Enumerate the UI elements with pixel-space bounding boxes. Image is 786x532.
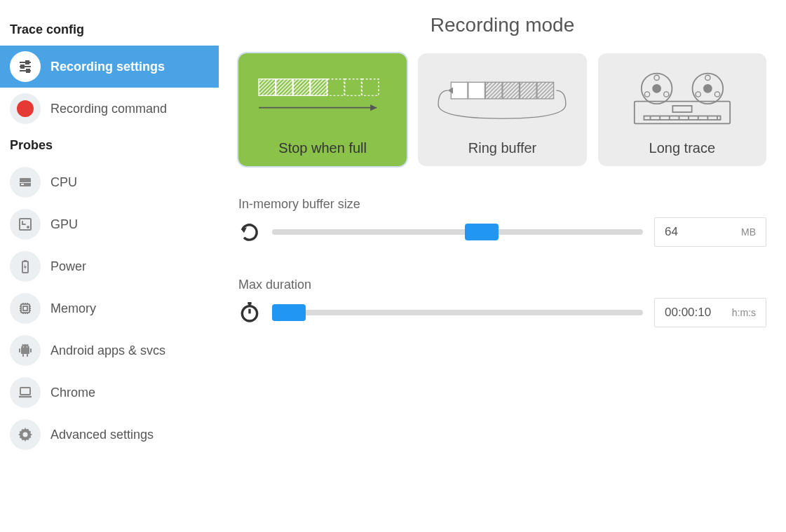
svg-line-32: [22, 344, 23, 346]
sidebar-item-label: Chrome: [50, 386, 95, 400]
ring-buffer-icon: [426, 63, 578, 133]
svg-rect-8: [21, 184, 24, 185]
mode-label: Ring buffer: [468, 140, 536, 156]
stop-when-full-icon: [247, 63, 398, 133]
sidebar-item-memory[interactable]: Memory: [0, 287, 219, 329]
svg-point-57: [653, 85, 660, 93]
page-title: Recording mode: [238, 14, 766, 36]
sidebar-item-label: Memory: [50, 301, 96, 316]
svg-point-60: [654, 75, 659, 80]
mode-long-trace[interactable]: Long trace: [598, 53, 766, 166]
svg-rect-43: [327, 79, 344, 96]
svg-line-33: [27, 344, 28, 346]
slider-thumb[interactable]: [465, 224, 499, 240]
sidebar-item-android[interactable]: Android apps & svcs: [0, 329, 219, 371]
svg-rect-66: [672, 106, 691, 112]
sidebar-item-recording-command[interactable]: Recording command: [0, 88, 219, 130]
svg-rect-67: [644, 116, 720, 119]
svg-rect-4: [21, 65, 24, 68]
svg-rect-39: [259, 79, 276, 96]
svg-rect-14: [21, 304, 29, 313]
svg-point-10: [27, 226, 29, 228]
mode-ring-buffer[interactable]: Ring buffer: [418, 53, 586, 166]
sidebar-item-label: GPU: [50, 217, 78, 232]
buffer-size-input[interactable]: 64 MB: [654, 217, 766, 247]
sidebar-item-label: Android apps & svcs: [50, 343, 165, 358]
svg-rect-28: [19, 348, 20, 353]
sidebar-item-label: Recording settings: [50, 60, 165, 74]
cpu-icon: [10, 167, 41, 198]
buffer-size-unit: MB: [741, 226, 756, 238]
sidebar-item-label: CPU: [50, 175, 77, 190]
svg-rect-40: [276, 79, 293, 96]
svg-point-63: [705, 75, 710, 80]
svg-point-35: [27, 346, 28, 348]
svg-marker-13: [24, 264, 27, 271]
laptop-icon: [10, 377, 41, 408]
sidebar: Trace config Recording settings Recordin…: [0, 0, 219, 532]
svg-marker-54: [448, 88, 453, 94]
svg-rect-29: [30, 348, 32, 353]
max-duration-value: 00:00:10: [665, 306, 711, 320]
svg-rect-31: [27, 354, 28, 357]
svg-rect-51: [503, 82, 520, 99]
svg-point-38: [23, 432, 28, 437]
svg-rect-52: [520, 82, 537, 99]
buffer-size-slider[interactable]: [272, 229, 643, 235]
battery-icon: [10, 251, 41, 282]
record-icon: [10, 93, 41, 124]
gpu-icon: [10, 209, 41, 240]
svg-rect-41: [293, 79, 310, 96]
memory-icon: [10, 293, 41, 324]
buffer-size-section: In-memory buffer size 64 MB: [238, 197, 766, 247]
section-probes: Probes: [0, 130, 219, 161]
svg-point-65: [714, 92, 719, 97]
max-duration-label: Max duration: [238, 278, 766, 292]
sidebar-item-label: Recording command: [50, 102, 167, 116]
svg-rect-44: [345, 79, 362, 96]
svg-rect-42: [311, 79, 327, 96]
svg-rect-53: [537, 82, 554, 99]
main-content: Recording mode: [219, 0, 786, 532]
svg-marker-47: [370, 104, 377, 111]
svg-rect-3: [26, 61, 29, 64]
max-duration-input[interactable]: 00:00:10 h:m:s: [654, 298, 766, 327]
sidebar-item-gpu[interactable]: GPU: [0, 203, 219, 245]
buffer-size-value: 64: [665, 225, 678, 239]
max-duration-section: Max duration 00:00:10 h:m:s: [238, 278, 766, 327]
svg-point-61: [644, 92, 649, 97]
tape-recorder-icon: [607, 63, 758, 133]
svg-point-34: [23, 346, 25, 348]
section-trace-config: Trace config: [0, 14, 219, 46]
svg-rect-15: [23, 306, 27, 311]
mode-stop-when-full[interactable]: Stop when full: [238, 53, 407, 166]
max-duration-unit: h:m:s: [732, 307, 756, 318]
sidebar-item-label: Power: [50, 259, 86, 274]
max-duration-slider[interactable]: [272, 310, 643, 315]
recording-mode-cards: Stop when full: [238, 53, 766, 166]
sliders-icon: [10, 51, 41, 82]
sidebar-item-label: Advanced settings: [50, 428, 154, 442]
svg-rect-50: [486, 82, 503, 99]
android-icon: [10, 335, 41, 366]
svg-rect-45: [362, 79, 379, 96]
gear-icon: [10, 419, 41, 450]
svg-rect-30: [22, 354, 24, 357]
svg-rect-36: [20, 388, 30, 395]
buffer-size-label: In-memory buffer size: [238, 197, 766, 212]
sidebar-item-cpu[interactable]: CPU: [0, 161, 219, 203]
svg-point-64: [696, 92, 700, 97]
sidebar-item-chrome[interactable]: Chrome: [0, 371, 219, 414]
slider-thumb[interactable]: [272, 304, 306, 321]
svg-rect-12: [24, 260, 27, 261]
sidebar-item-power[interactable]: Power: [0, 245, 219, 287]
svg-rect-7: [20, 182, 31, 183]
mode-label: Long trace: [649, 140, 716, 156]
refresh-icon: [238, 221, 261, 243]
sidebar-item-recording-settings[interactable]: Recording settings: [0, 46, 219, 88]
svg-rect-48: [452, 82, 468, 99]
stopwatch-icon: [238, 301, 261, 324]
svg-rect-49: [468, 82, 485, 99]
sidebar-item-advanced[interactable]: Advanced settings: [0, 414, 219, 456]
svg-point-62: [663, 92, 668, 97]
